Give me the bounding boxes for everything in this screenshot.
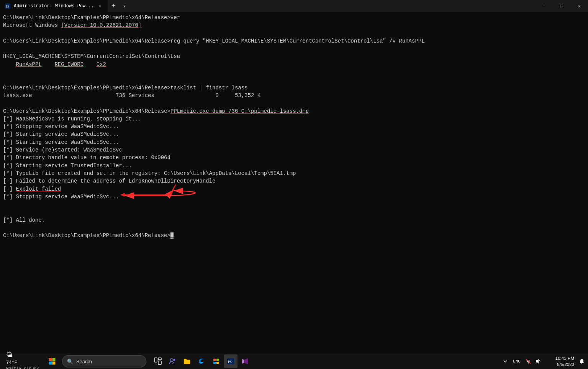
- svg-rect-18: [216, 362, 219, 364]
- terminal-line-empty-5: [3, 99, 585, 107]
- svg-rect-8: [49, 362, 52, 365]
- terminal-line-empty-4: [3, 76, 585, 84]
- notification-button[interactable]: [579, 358, 585, 364]
- window-controls: — □ ✕: [535, 0, 588, 12]
- svg-marker-26: [536, 359, 539, 364]
- tray-sound-icon[interactable]: [534, 357, 542, 365]
- svg-rect-7: [52, 358, 55, 361]
- search-icon: 🔍: [67, 359, 73, 364]
- terminal-line-2: Microsoft Windows [Version 10.0.22621.20…: [3, 21, 585, 29]
- weather-desc: Mostly cloudy: [6, 366, 39, 369]
- taskbar-app-icons: PS: [151, 354, 252, 368]
- terminal-line-20: [*] Starting service TrustedInstaller...: [3, 162, 585, 170]
- minimize-button[interactable]: —: [535, 0, 553, 12]
- maximize-button[interactable]: □: [553, 0, 570, 12]
- new-tab-button[interactable]: +: [108, 0, 120, 12]
- svg-text:PS: PS: [6, 5, 10, 8]
- terminal-cursor-line: C:\Users\Link\Desktop\Examples\PPLmedic\…: [3, 232, 585, 239]
- tray-icons: ENG: [498, 357, 545, 365]
- search-bar[interactable]: 🔍 Search: [62, 355, 146, 367]
- terminal-line-17: [*] Starting service WaaSMedicSvc...: [3, 138, 585, 146]
- search-label: Search: [76, 359, 92, 364]
- svg-rect-10: [154, 358, 157, 362]
- terminal-tab[interactable]: PS Administrator: Windows Pow... ×: [0, 0, 108, 12]
- terminal-line-7: RunAsPPL REG_DWORD 0x2: [3, 61, 585, 68]
- terminal-line-empty-1: [3, 30, 585, 37]
- svg-marker-22: [244, 358, 248, 364]
- terminal-line-4: C:\Users\Link\Desktop\Examples\PPLmedic\…: [3, 37, 585, 45]
- terminal-line-24: [*] Stopping service WaaSMedicSvc...: [3, 193, 585, 216]
- titlebar: PS Administrator: Windows Pow... × + ∨ —…: [0, 0, 588, 12]
- start-button[interactable]: [45, 354, 59, 368]
- terminal-taskbar-icon[interactable]: PS: [224, 354, 237, 368]
- tray-overflow-icon[interactable]: [501, 357, 509, 365]
- svg-rect-9: [52, 362, 55, 365]
- titlebar-left: PS Administrator: Windows Pow... × + ∨: [0, 0, 535, 12]
- svg-rect-11: [158, 358, 161, 360]
- terminal-line-13: C:\Users\Link\Desktop\Examples\PPLmedic\…: [3, 107, 585, 115]
- terminal-line-25: [*] All done.: [3, 216, 585, 224]
- system-clock[interactable]: 10:43 PM 8/5/2023: [547, 355, 577, 367]
- tab-close-button[interactable]: ×: [97, 3, 103, 9]
- tray-network-icon[interactable]: [524, 357, 532, 365]
- terminal-line-empty-3: [3, 68, 585, 76]
- visual-studio-button[interactable]: [238, 354, 252, 368]
- svg-point-13: [170, 359, 173, 362]
- terminal-line-6: HKEY_LOCAL_MACHINE\SYSTEM\CurrentControl…: [3, 53, 585, 60]
- teams-button[interactable]: [165, 354, 179, 368]
- terminal-line-empty-2: [3, 45, 585, 53]
- weather-widget[interactable]: 🌤 74°F Mostly cloudy: [3, 351, 42, 369]
- powershell-tab-icon: PS: [5, 3, 11, 9]
- tab-label: Administrator: Windows Pow...: [14, 3, 94, 9]
- terminal-line-21: [*] TypeLib file created and set in the …: [3, 170, 585, 177]
- terminal-line-16: [*] Starting service WaaSMedicSvc...: [3, 130, 585, 138]
- file-explorer-button[interactable]: [180, 354, 194, 368]
- store-button[interactable]: [209, 354, 223, 368]
- terminal-line-14: [*] WaaSMedicSvc is running, stopping it…: [3, 115, 585, 123]
- system-tray: ENG 10:43 PM 8/5/2023: [498, 355, 585, 367]
- terminal-line-10: C:\Users\Link\Desktop\Examples\PPLmedic\…: [3, 84, 585, 92]
- terminal-line-23: [-] Exploit failed: [3, 185, 585, 193]
- clock-time: 10:43 PM: [555, 355, 574, 361]
- weather-temp: 74°F: [6, 360, 17, 366]
- edge-button[interactable]: [195, 354, 208, 368]
- weather-icon: 🌤: [6, 351, 13, 360]
- terminal-line-22: [-] Failed to determine the address of L…: [3, 177, 585, 185]
- terminal-line-15: [*] Stopping service WaaSMedicSvc...: [3, 123, 585, 130]
- taskview-button[interactable]: [151, 354, 165, 368]
- close-button[interactable]: ✕: [570, 0, 588, 12]
- svg-rect-16: [216, 359, 219, 361]
- svg-point-14: [173, 359, 175, 361]
- terminal-line-19: [*] Directory handle value in remote pro…: [3, 154, 585, 161]
- clock-date: 8/5/2023: [557, 361, 574, 367]
- svg-rect-12: [158, 361, 161, 364]
- svg-marker-23: [242, 359, 244, 364]
- taskbar: 🌤 74°F Mostly cloudy 🔍 Search: [0, 354, 588, 369]
- tray-keyboard-icon[interactable]: ENG: [511, 357, 522, 365]
- svg-rect-17: [213, 362, 216, 364]
- tab-dropdown-button[interactable]: ∨: [120, 0, 129, 12]
- terminal-line-18: [*] Service (re)started: WaaSMedicSvc: [3, 146, 585, 154]
- terminal-content: C:\Users\Link\Desktop\Examples\PPLmedic\…: [0, 12, 588, 354]
- terminal-line-empty-6: [3, 224, 585, 232]
- svg-rect-15: [213, 359, 216, 361]
- terminal-line-11: lsass.exe 736 Services 0 53,352 K: [3, 92, 585, 99]
- terminal-line-1: C:\Users\Link\Desktop\Examples\PPLmedic\…: [3, 14, 585, 21]
- svg-text:PS: PS: [228, 360, 232, 364]
- svg-rect-6: [49, 358, 52, 361]
- svg-point-24: [528, 362, 529, 364]
